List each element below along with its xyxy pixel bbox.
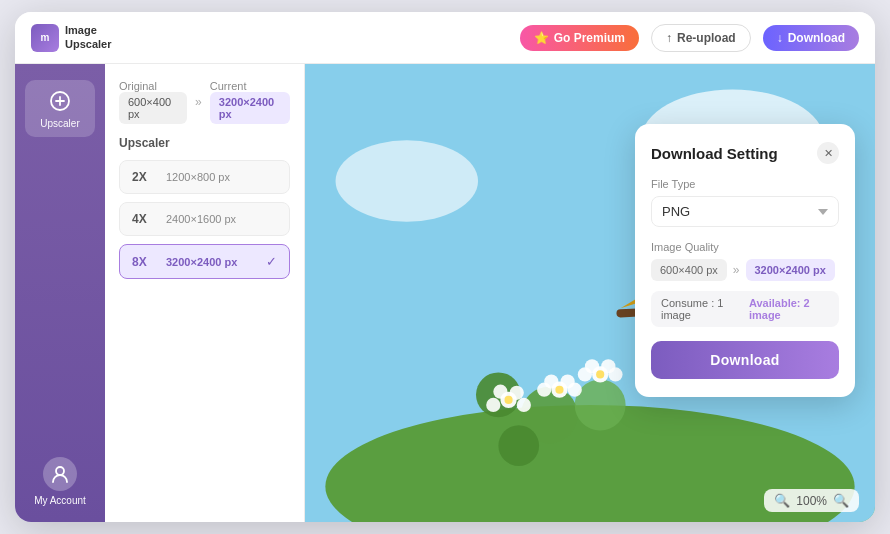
sidebar-item-upscaler[interactable]: Upscaler [25, 80, 95, 137]
modal-close-button[interactable]: ✕ [817, 142, 839, 164]
svg-point-11 [493, 385, 507, 399]
reupload-button[interactable]: ↑ Re-upload [651, 24, 751, 52]
consume-row: Consume : 1 image Available: 2 image [651, 291, 839, 327]
scale-option-2x[interactable]: 2X 1200×800 px [119, 160, 290, 194]
file-type-select[interactable]: PNG [651, 196, 839, 227]
quality-row: 600×400 px » 3200×2400 px [651, 259, 839, 281]
size-comparison-row: Original 600×400 px » Current 3200×2400 … [119, 80, 290, 124]
svg-point-19 [568, 383, 582, 397]
check-icon: ✓ [266, 254, 277, 269]
download-top-button[interactable]: ↓ Download [763, 25, 859, 51]
svg-point-1 [56, 467, 64, 475]
zoom-out-icon[interactable]: 🔍 [774, 493, 790, 508]
svg-point-9 [575, 380, 626, 431]
download-modal-button[interactable]: Download [651, 341, 839, 379]
main-layout: Upscaler My Account Original 600×400 px [15, 64, 875, 522]
original-group: Original 600×400 px [119, 80, 187, 124]
svg-point-21 [555, 386, 563, 394]
svg-point-27 [596, 370, 604, 378]
svg-point-8 [498, 425, 539, 466]
zoom-in-icon[interactable]: 🔍 [833, 493, 849, 508]
logo-icon: m [31, 24, 59, 52]
sidebar-bottom: My Account [34, 457, 86, 506]
upscaler-icon [47, 88, 73, 114]
logo-text: Image Upscaler [65, 24, 111, 50]
zoom-bar: 🔍 100% 🔍 [764, 489, 859, 512]
upload-icon: ↑ [666, 31, 672, 45]
svg-point-25 [608, 367, 622, 381]
svg-point-13 [517, 398, 531, 412]
app-window: m Image Upscaler ⭐ Go Premium ↑ Re-uploa… [15, 12, 875, 522]
quality-arrow-icon: » [733, 263, 740, 277]
left-panel: Original 600×400 px » Current 3200×2400 … [105, 64, 305, 522]
arrow-right-icon: » [195, 95, 202, 109]
go-premium-button[interactable]: ⭐ Go Premium [520, 25, 639, 51]
svg-point-14 [486, 398, 500, 412]
svg-point-20 [537, 383, 551, 397]
svg-point-26 [578, 367, 592, 381]
star-icon: ⭐ [534, 31, 549, 45]
modal-header: Download Setting ✕ [651, 142, 839, 164]
sidebar: Upscaler My Account [15, 64, 105, 522]
download-icon: ↓ [777, 31, 783, 45]
svg-point-15 [505, 396, 513, 404]
canvas-area: Download Setting ✕ File Type PNG Image Q… [305, 64, 875, 522]
download-modal: Download Setting ✕ File Type PNG Image Q… [635, 124, 855, 397]
scale-option-4x[interactable]: 4X 2400×1600 px [119, 202, 290, 236]
current-group: Current 3200×2400 px [210, 80, 290, 124]
avatar [43, 457, 77, 491]
logo-area: m Image Upscaler [31, 24, 121, 52]
svg-point-4 [336, 140, 479, 221]
scale-option-8x[interactable]: 8X 3200×2400 px ✓ [119, 244, 290, 279]
topbar: m Image Upscaler ⭐ Go Premium ↑ Re-uploa… [15, 12, 875, 64]
